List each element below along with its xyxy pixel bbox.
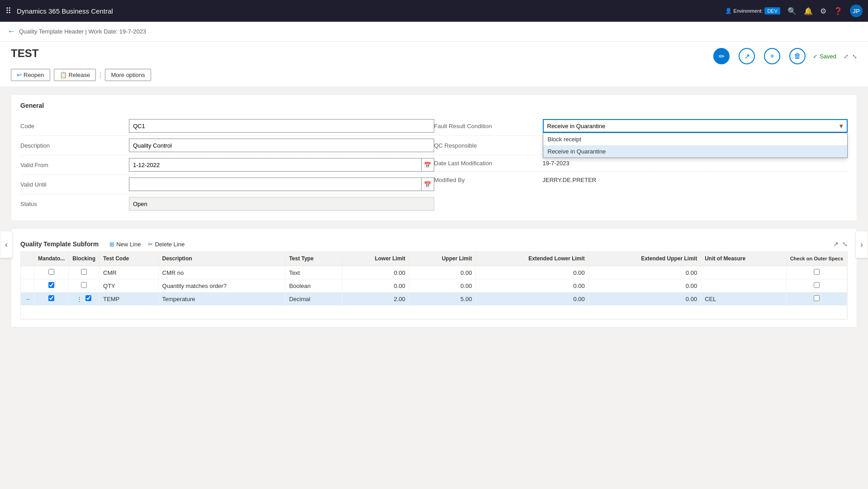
left-nav-arrow[interactable]: ‹: [0, 231, 13, 258]
dropdown-option-receive-quarantine[interactable]: Receive in Quarantine: [543, 145, 848, 158]
delete-button[interactable]: 🗑: [789, 48, 806, 64]
saved-label: Saved: [820, 53, 836, 60]
mandatory-checkbox-2[interactable]: [48, 282, 54, 288]
blocking-checkbox-3[interactable]: [85, 295, 91, 301]
check-outer-checkbox-2[interactable]: [814, 282, 820, 288]
description-label: Description: [20, 142, 129, 149]
sub-nav: ← Quality Template Header | Work Date: 1…: [0, 22, 868, 42]
fault-result-dropdown[interactable]: ▼ Block receipt Receive in Quarantine: [543, 119, 848, 133]
app-title: Dynamics 365 Business Central: [17, 7, 113, 15]
more-options-button[interactable]: More options: [105, 69, 151, 81]
cell-mandatory-2[interactable]: [34, 279, 69, 292]
cell-blocking-2[interactable]: [69, 279, 100, 292]
blocking-checkbox-1[interactable]: [81, 269, 87, 275]
add-button[interactable]: +: [764, 48, 780, 64]
cell-test-type-2: Boolean: [285, 279, 342, 292]
subform-share-icon[interactable]: ↗: [833, 240, 839, 248]
valid-from-calendar-icon[interactable]: 📅: [422, 158, 434, 172]
env-value: DEV: [764, 7, 780, 14]
env-label: Environment:: [734, 8, 763, 14]
check-outer-checkbox-3[interactable]: [814, 295, 820, 301]
form-col-right: Fault Result Condition ▼ Block receipt R…: [434, 116, 848, 213]
status-input: [129, 197, 434, 211]
form-col-left: Code Description Valid From: [20, 116, 434, 213]
edit-icon: ✏: [719, 52, 725, 61]
delete-line-button[interactable]: ✂ Delete Line: [148, 241, 185, 248]
table-header-row: Mandato... Blocking Test Code Descriptio…: [21, 252, 847, 266]
fault-result-dropdown-menu: Block receipt Receive in Quarantine: [543, 133, 848, 158]
valid-from-label: Valid From: [20, 162, 129, 168]
page-title: TEST: [11, 47, 38, 60]
dropdown-option-block-receipt[interactable]: Block receipt: [543, 133, 848, 145]
general-section-title: General: [20, 102, 848, 109]
expand-icon[interactable]: ⤡: [852, 53, 857, 60]
cell-ext-lower-3: 0.00: [476, 292, 588, 306]
user-icon: 👤: [725, 8, 732, 14]
search-icon[interactable]: 🔍: [787, 7, 797, 15]
release-button[interactable]: 📋 Release: [54, 69, 96, 81]
right-nav-arrow[interactable]: ›: [855, 231, 868, 258]
form-grid: Code Description Valid From: [20, 116, 848, 213]
col-lower-limit: Lower Limit: [342, 252, 409, 266]
user-profile-icon[interactable]: JP: [850, 5, 863, 17]
cell-unit-3: CEL: [701, 292, 786, 306]
top-nav-bar: ⠿ Dynamics 365 Business Central 👤 Enviro…: [0, 0, 868, 22]
mandatory-checkbox-1[interactable]: [48, 269, 54, 275]
col-description: Description: [158, 252, 285, 266]
release-label: Release: [69, 72, 90, 78]
modified-by-row: Modified By JERRY.DE.PRETER: [434, 172, 848, 188]
code-input[interactable]: [129, 119, 434, 133]
restore-icon[interactable]: ⤢: [844, 53, 849, 60]
notification-icon[interactable]: 🔔: [804, 7, 813, 15]
cell-check-outer-3[interactable]: [786, 292, 847, 306]
date-last-mod-label: Date Last Modification: [434, 160, 543, 167]
row-options-icon[interactable]: ⋮: [76, 296, 82, 302]
cell-mandatory-1[interactable]: [34, 266, 69, 279]
col-test-type: Test Type: [285, 252, 342, 266]
separator: |: [100, 71, 101, 79]
back-button[interactable]: ←: [7, 27, 15, 36]
blocking-checkbox-2[interactable]: [81, 282, 87, 288]
code-row: Code: [20, 116, 434, 136]
cell-ext-lower-1: 0.00: [476, 266, 588, 279]
cell-description-1: CMR no: [158, 266, 285, 279]
col-test-code: Test Code: [100, 252, 159, 266]
valid-until-calendar-icon[interactable]: 📅: [422, 177, 434, 191]
cell-row-arrow-3: →: [21, 292, 34, 306]
new-line-button[interactable]: ⊞ New Line: [109, 241, 141, 248]
mandatory-checkbox-3[interactable]: [48, 295, 54, 301]
subform-header: Quality Template Subform ⊞ New Line ✂ De…: [20, 236, 848, 251]
more-options-label: More options: [111, 72, 145, 78]
share-button[interactable]: ↗: [739, 48, 755, 64]
reopen-button[interactable]: ↩ Reopen: [11, 69, 50, 81]
edit-button[interactable]: ✏: [713, 48, 730, 64]
apps-icon[interactable]: ⠿: [5, 6, 11, 16]
check-outer-checkbox-1[interactable]: [814, 269, 820, 275]
reopen-icon: ↩: [17, 72, 22, 78]
table-row: QTY Quantity matches order? Boolean 0.00…: [21, 279, 847, 292]
cell-blocking-1[interactable]: [69, 266, 100, 279]
main-content: General Code Description Valid From: [0, 87, 868, 465]
cell-description-3: Temperature: [158, 292, 285, 306]
col-check-outer: Check on Outer Specs: [786, 252, 847, 266]
checkmark-icon: ✓: [813, 53, 818, 60]
valid-until-input[interactable]: [129, 177, 422, 191]
valid-from-row: Valid From 📅: [20, 155, 434, 175]
description-input[interactable]: [129, 139, 434, 152]
cell-check-outer-1[interactable]: [786, 266, 847, 279]
status-label: Status: [20, 201, 129, 207]
general-section: General Code Description Valid From: [11, 94, 857, 221]
valid-from-input[interactable]: [129, 158, 422, 172]
help-icon[interactable]: ❓: [834, 7, 843, 15]
cell-check-outer-2[interactable]: [786, 279, 847, 292]
cell-test-type-3: Decimal: [285, 292, 342, 306]
table-row: CMR CMR no Text 0.00 0.00 0.00 0.00: [21, 266, 847, 279]
settings-icon[interactable]: ⚙: [820, 7, 826, 15]
cell-blocking-3[interactable]: ⋮: [69, 292, 100, 306]
fault-result-input[interactable]: [543, 119, 848, 133]
page-title-bar: TEST ✏ ↗ + 🗑 ✓ Saved ⤢: [0, 42, 868, 65]
cell-mandatory-3[interactable]: [34, 292, 69, 306]
subform-expand-icon[interactable]: ⤡: [842, 240, 848, 248]
subform-title: Quality Template Subform: [20, 240, 99, 248]
trash-icon: 🗑: [794, 52, 801, 60]
